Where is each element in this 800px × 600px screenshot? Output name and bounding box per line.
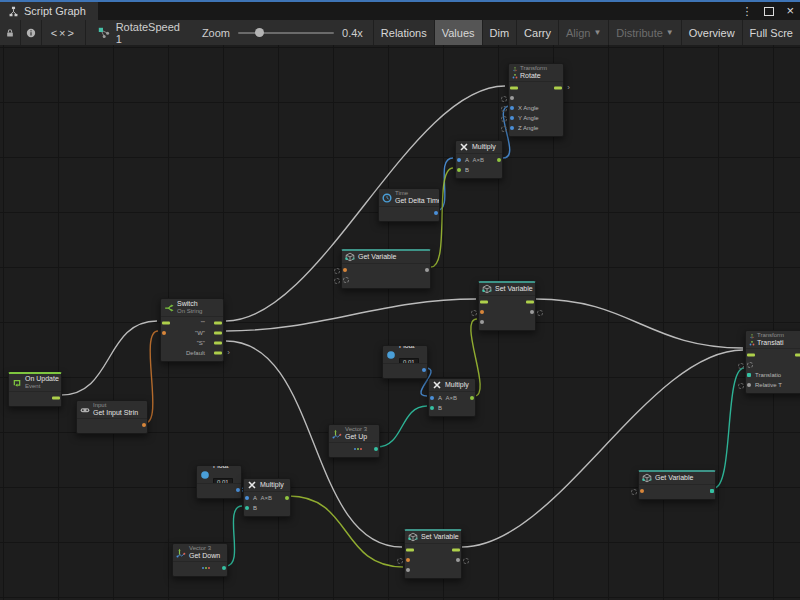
node-get-delta-time[interactable]: TimeGet Delta Time <box>378 188 440 222</box>
toolbar-button-distribute[interactable]: Distribute▼ <box>608 20 680 45</box>
value-port[interactable] <box>710 489 714 493</box>
flow-port[interactable] <box>214 332 222 335</box>
toolbar-button-full-scre[interactable]: Full Scre <box>742 20 800 45</box>
toolbar-button-values[interactable]: Values <box>434 20 482 45</box>
node-set-variable-2[interactable]: Set Variable <box>404 529 462 579</box>
flow-port[interactable] <box>452 549 460 552</box>
toolbar-button-carry[interactable]: Carry <box>516 20 558 45</box>
ghost-port[interactable] <box>738 363 744 369</box>
node-switch-on-string[interactable]: SwitchOn String"""W""S"Default› <box>160 298 224 362</box>
node-get-variable-2[interactable]: Get Variable <box>638 470 716 500</box>
value-port[interactable] <box>162 331 166 335</box>
wire-white[interactable] <box>226 299 476 331</box>
ghost-port[interactable] <box>463 558 469 564</box>
lock-button[interactable] <box>0 20 21 45</box>
value-port[interactable] <box>406 568 410 572</box>
value-port[interactable] <box>142 423 146 427</box>
ghost-port[interactable] <box>738 383 744 389</box>
ghost-port[interactable] <box>501 106 507 112</box>
value-port[interactable] <box>374 447 378 451</box>
node-float-2[interactable]: Float0.01 <box>196 465 242 499</box>
graph-breadcrumb[interactable]: RotateSpeed 1 <box>86 20 192 45</box>
value-port[interactable] <box>510 126 514 130</box>
wire-white[interactable] <box>536 299 743 348</box>
node-get-input-string[interactable]: InputGet Input Strin <box>76 400 148 434</box>
node-multiply-1[interactable]: MultiplyAA×BB <box>455 140 503 179</box>
ghost-port[interactable] <box>334 268 340 274</box>
wire-teal[interactable] <box>226 506 242 566</box>
zoom-slider[interactable] <box>238 32 334 34</box>
value-port[interactable] <box>456 558 460 562</box>
flow-port[interactable] <box>162 322 170 325</box>
ghost-port[interactable] <box>631 489 637 495</box>
value-port[interactable] <box>510 116 514 120</box>
value-port[interactable] <box>470 396 474 400</box>
value-port[interactable] <box>747 362 753 368</box>
node-get-variable-1[interactable]: Get Variable <box>341 249 431 289</box>
value-port[interactable] <box>430 396 434 400</box>
node-multiply-3[interactable]: MultiplyAA×BB <box>243 478 291 517</box>
value-port[interactable] <box>457 158 461 162</box>
value-port[interactable] <box>343 277 349 283</box>
zoom-slider-handle[interactable] <box>255 28 264 37</box>
node-float-1[interactable]: Float0.01 <box>382 345 428 379</box>
flow-port[interactable] <box>747 354 755 357</box>
value-port[interactable] <box>406 558 410 562</box>
flow-port[interactable] <box>480 301 488 304</box>
value-port[interactable] <box>434 211 438 215</box>
node-rotate[interactable]: TransformRotateX AngleY AngleZ Angle› <box>508 63 564 137</box>
value-port[interactable] <box>510 106 514 110</box>
window-close-icon[interactable]: × <box>786 4 794 18</box>
ghost-port[interactable] <box>501 96 507 102</box>
flow-port[interactable] <box>406 549 414 552</box>
graph-canvas[interactable]: On UpdateEventInputGet Input StrinSwitch… <box>0 45 800 600</box>
window-maximize-icon[interactable] <box>764 7 774 16</box>
wire-white[interactable] <box>462 350 743 547</box>
flow-port[interactable] <box>214 352 222 355</box>
value-port[interactable] <box>422 368 426 372</box>
wire-yellowgreen[interactable] <box>289 496 403 567</box>
value-port[interactable] <box>640 489 644 493</box>
value-port[interactable] <box>497 158 501 162</box>
window-menu-icon[interactable]: ⋮ <box>741 3 752 19</box>
node-on-update[interactable]: On UpdateEvent <box>8 372 62 407</box>
ghost-port[interactable] <box>501 126 507 132</box>
value-port[interactable] <box>245 496 249 500</box>
value-port[interactable] <box>457 168 461 172</box>
value-port[interactable] <box>510 96 514 100</box>
flow-port[interactable] <box>510 87 518 90</box>
wire-teal[interactable] <box>377 406 427 447</box>
node-set-variable-1[interactable]: Set Variable <box>478 281 536 331</box>
flow-port[interactable] <box>795 354 800 357</box>
ghost-port[interactable] <box>501 116 507 122</box>
ghost-port[interactable] <box>537 310 543 316</box>
value-port[interactable] <box>480 310 484 314</box>
flow-port[interactable] <box>554 87 562 90</box>
value-port[interactable] <box>343 268 347 272</box>
value-port[interactable] <box>236 488 240 492</box>
node-multiply-2[interactable]: MultiplyAA×BB <box>428 378 476 417</box>
node-get-up[interactable]: Vector 3Get Up <box>328 424 380 458</box>
toolbar-button-align[interactable]: Align▼ <box>558 20 608 45</box>
flow-port[interactable] <box>214 342 222 345</box>
info-button[interactable] <box>21 20 42 45</box>
value-port[interactable] <box>425 268 429 272</box>
flow-port[interactable] <box>214 322 222 325</box>
tab-script-graph[interactable]: Script Graph <box>0 2 98 20</box>
node-translate[interactable]: TransformTranslatiTranslatioRelative T <box>745 330 800 394</box>
node-get-down[interactable]: Vector 3Get Down <box>172 543 228 577</box>
value-port[interactable] <box>530 310 534 314</box>
flow-port[interactable] <box>52 397 60 400</box>
value-port[interactable] <box>747 383 751 387</box>
value-port[interactable] <box>430 406 434 410</box>
flow-port[interactable] <box>526 301 534 304</box>
ghost-port[interactable] <box>334 278 340 284</box>
value-port[interactable] <box>285 496 289 500</box>
toolbar-button-relations[interactable]: Relations <box>373 20 434 45</box>
wire-white[interactable] <box>61 321 157 395</box>
toolbar-button-overview[interactable]: Overview <box>681 20 742 45</box>
value-port[interactable] <box>480 320 484 324</box>
value-port[interactable] <box>245 506 249 510</box>
ghost-port[interactable] <box>471 310 477 316</box>
value-port[interactable] <box>222 566 226 570</box>
